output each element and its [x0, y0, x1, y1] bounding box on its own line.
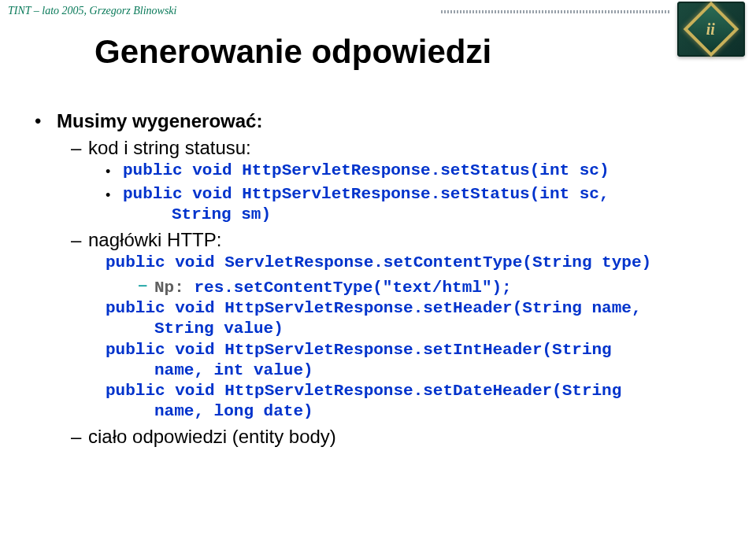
logo-letters: ii	[706, 20, 715, 39]
slide-content: • Musimy wygenerować: – kod i string sta…	[35, 110, 724, 449]
code-line: String sm)	[123, 205, 610, 225]
slide-title: Generowanie odpowiedzi	[94, 33, 491, 71]
header-decor-line	[441, 10, 671, 13]
code-line: public void HttpServletResponse.setHeade…	[106, 298, 724, 319]
code-line: public void HttpServletResponse.setDateH…	[106, 381, 724, 401]
code-line: name, long date)	[106, 401, 724, 422]
bullet-text: Musimy wygenerować:	[57, 110, 262, 132]
bullet-text: ciało odpowiedzi (entity body)	[88, 426, 336, 448]
bullet-level3: • public void HttpServletResponse.setSta…	[106, 161, 724, 183]
logo-badge: ii	[677, 2, 745, 57]
bullet-level3: • public void HttpServletResponse.setSta…	[106, 184, 724, 226]
header-text: TINT – lato 2005, Grzegorz Blinowski	[8, 5, 176, 17]
bullet-text: kod i string statusu:	[88, 137, 251, 159]
code-line: public void ServletResponse.setContentTy…	[106, 253, 724, 273]
code-prefix: Np:	[154, 279, 194, 297]
bullet-level2: – kod i string statusu:	[71, 137, 724, 159]
code-line: name, int value)	[106, 360, 724, 381]
bullet-level4: – Np: res.setContentType("text/html");	[137, 275, 724, 298]
bullet-level2: – ciało odpowiedzi (entity body)	[71, 426, 724, 448]
bullet-level2: – nagłówki HTTP:	[71, 229, 724, 251]
bullet-level1: • Musimy wygenerować:	[35, 110, 724, 132]
code-line: res.setContentType("text/html");	[194, 279, 511, 297]
code-line: String value)	[106, 319, 724, 339]
code-line: public void HttpServletResponse.setStatu…	[123, 161, 610, 183]
bullet-text: nagłówki HTTP:	[88, 229, 221, 251]
code-line: public void HttpServletResponse.setStatu…	[123, 184, 610, 205]
code-line: public void HttpServletResponse.setIntHe…	[106, 340, 724, 360]
